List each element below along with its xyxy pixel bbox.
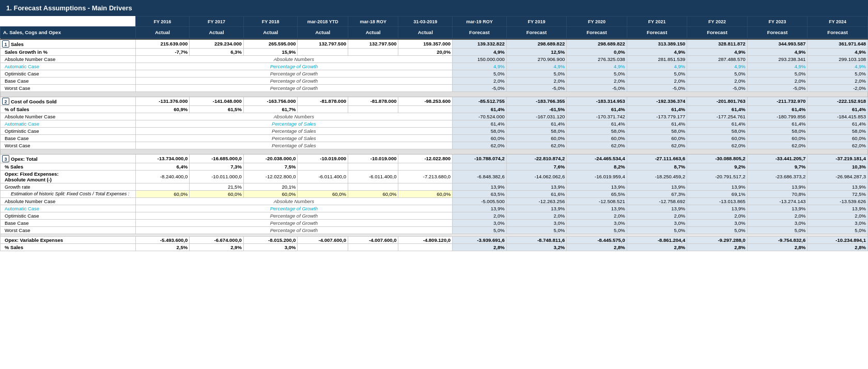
op-fy23: 9,7% <box>747 163 808 170</box>
ov-fy23: -9.754.832,6 <box>747 236 808 243</box>
sg-fy22: 4,9% <box>687 48 748 55</box>
h-mar18roy: mar-18 ROY <box>348 17 398 27</box>
oauto-fy21: 13,9% <box>627 205 687 212</box>
opex-mar2019: -12.022.800 <box>398 154 453 163</box>
opex-fy19: -22.810.874,2 <box>506 154 567 163</box>
oworst-fy23: 5,0% <box>747 226 808 234</box>
oauto-fy19: 13,9% <box>506 205 567 212</box>
obase-fy19: 3,0% <box>506 219 567 226</box>
ovp-fy24: 2,8% <box>808 243 868 251</box>
h2-forecast-fy22: Forecast <box>687 27 748 38</box>
og-fy24: 13,9% <box>808 183 868 190</box>
sworst-mar19roy: -5,0% <box>453 84 507 91</box>
spacer-2 <box>1 149 868 154</box>
sbase-mar19roy: 2,0% <box>453 77 507 84</box>
opex-fy18: -20.038.000,0 <box>243 154 298 163</box>
h2-actual-mar18: Actual <box>348 27 398 38</box>
h-mar19roy: mar-19 ROY <box>453 17 507 27</box>
opex-abs-label: Absolute Number Case <box>1 197 136 205</box>
sales-base-center: Percentage of Growth <box>135 77 453 84</box>
cogs-fy16: -131.376.000 <box>135 97 190 105</box>
cbase-mar19roy: 60,0% <box>453 134 507 142</box>
sales-growth-row: Sales Growth in % -7,7% 6,3% 15,9% 20,0%… <box>1 48 868 55</box>
ovp-fy23: 2,8% <box>747 243 808 251</box>
h2-forecast-fy23: Forecast <box>747 27 808 38</box>
sauto-fy19: 4,9% <box>506 63 567 70</box>
og-fy16 <box>135 183 190 190</box>
cworst-fy23: 62,0% <box>747 142 808 149</box>
opex-abs-center: Absolute Numbers <box>135 197 453 205</box>
cbase-fy23: 60,0% <box>747 134 808 142</box>
opex-mar19roy: -10.788.074,2 <box>453 154 507 163</box>
sworst-fy23: -5,0% <box>747 84 808 91</box>
sales-fy22: 328.811.872 <box>687 39 748 49</box>
opex-ytd: -10.019.000 <box>298 154 348 163</box>
h-fy2021: FY 2021 <box>627 17 687 27</box>
of-fy20: -16.019.959,4 <box>567 170 627 183</box>
cogs-worst-label: Worst Case <box>1 142 136 149</box>
sales-auto-label: Automatic Case <box>1 63 136 70</box>
opex-opt-center: Percentage of Growth <box>135 212 453 219</box>
sopt-fy20: 5,0% <box>567 70 627 77</box>
h2-actual-2018: Actual <box>243 27 298 38</box>
cabs-fy21: -173.779.177 <box>627 113 687 120</box>
ov-fy24: -10.234.894,1 <box>808 236 868 243</box>
cbase-fy21: 60,0% <box>627 134 687 142</box>
cp-fy20: 61,4% <box>567 105 627 113</box>
ov-fy19: -8.748.811,6 <box>506 236 567 243</box>
h-fy2022: FY 2022 <box>687 17 748 27</box>
sbase-fy19: 2,0% <box>506 77 567 84</box>
cp-fy18: 61,7% <box>243 105 298 113</box>
opex-base-center: Percentage of Growth <box>135 219 453 226</box>
sbase-fy24: 2,0% <box>808 77 868 84</box>
opex-fixed-label: Opex: Fixed Expenses:Absolute Amount (-) <box>1 170 136 183</box>
ovp-ytd <box>298 243 348 251</box>
sauto-fy22: 4,9% <box>687 63 748 70</box>
cogs-main-row: 2Cost of Goods Sold -131.376.000 -141.04… <box>1 97 868 105</box>
sales-ytd: 132.797.500 <box>298 39 348 49</box>
oauto-fy20: 13,9% <box>567 205 627 212</box>
sg-fy17: 6,3% <box>190 48 244 55</box>
opex-main-row: 3Opex: Total -13.734.000,0 -16.685.000,0… <box>1 154 868 163</box>
of-mar19roy: -6.848.382,6 <box>453 170 507 183</box>
h2-forecast-fy24: Forecast <box>808 27 868 38</box>
sabs-mar19roy: 150.000.000 <box>453 55 507 63</box>
h-fy2016: FY 2016 <box>135 17 190 27</box>
copt-fy22: 58,0% <box>687 127 748 134</box>
sopt-mar19roy: 5,0% <box>453 70 507 77</box>
copt-fy19: 58,0% <box>506 127 567 134</box>
cogs-auto-row: Automatic Case Percentage of Sales 61,4%… <box>1 120 868 127</box>
os-ytd: 60,0% <box>298 190 348 197</box>
obase-fy21: 3,0% <box>627 219 687 226</box>
oworst-mar19roy: 5,0% <box>453 226 507 234</box>
opex-fy22: -30.088.805,2 <box>687 154 748 163</box>
sg-fy19: 12,5% <box>506 48 567 55</box>
cogs-pct-row: % of Sales 60,9% 61,5% 61,7% 61,4% -61,5… <box>1 105 868 113</box>
cauto-fy24: 61,4% <box>808 120 868 127</box>
sabs-fy24: 299.103.108 <box>808 55 868 63</box>
cogs-fy22: -201.801.763 <box>687 97 748 105</box>
sg-fy24: 4,9% <box>808 48 868 55</box>
cp-fy24: 61,4% <box>808 105 868 113</box>
ovp-mar2019 <box>398 243 453 251</box>
ov-fy18: -8.015.200,0 <box>243 236 298 243</box>
of-fy24: -26.984.287,3 <box>808 170 868 183</box>
copt-fy20: 58,0% <box>567 127 627 134</box>
copt-fy23: 58,0% <box>747 127 808 134</box>
oabs-fy19: -12.263.256 <box>506 197 567 205</box>
cauto-fy20: 61,4% <box>567 120 627 127</box>
opex-fy16: -13.734.000,0 <box>135 154 190 163</box>
cogs-opt-row: Optimistic Case Percentage of Sales 58,0… <box>1 127 868 134</box>
h2-forecast-fy20: Forecast <box>567 27 627 38</box>
og-fy22: 13,9% <box>687 183 748 190</box>
oabs-fy24: -13.539.626 <box>808 197 868 205</box>
cauto-fy22: 61,4% <box>687 120 748 127</box>
of-fy18: -12.022.800,0 <box>243 170 298 183</box>
sbase-fy21: 2,0% <box>627 77 687 84</box>
sabs-fy22: 287.488.570 <box>687 55 748 63</box>
obase-fy20: 3,0% <box>567 219 627 226</box>
sg-fy16: -7,7% <box>135 48 190 55</box>
oauto-fy23: 13,9% <box>747 205 808 212</box>
os-fy20: 65,5% <box>567 190 627 197</box>
main-table: FY 2016 FY 2017 FY 2018 mar-2018 YTD mar… <box>0 16 868 251</box>
